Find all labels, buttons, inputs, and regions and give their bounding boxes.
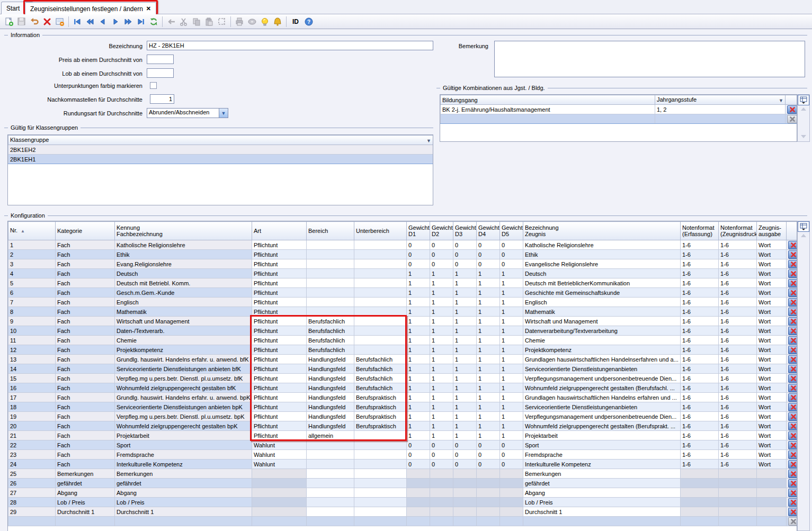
cell-d3[interactable]: 0 — [453, 460, 477, 469]
cell-d4[interactable]: 1 — [477, 336, 500, 345]
filter-arrow-icon[interactable]: ▼ — [779, 97, 783, 104]
cell-d5[interactable]: 1 — [500, 374, 523, 383]
cell-bereich[interactable] — [307, 298, 354, 307]
delete-row-icon[interactable] — [788, 355, 797, 364]
cell-d3[interactable]: 1 — [453, 374, 477, 383]
cell-d3[interactable]: 1 — [453, 421, 477, 431]
klassengruppe-row-2BK1EH1[interactable]: 2BK1EH1 — [8, 155, 433, 164]
cell-bereich[interactable] — [307, 288, 354, 298]
cell-bereich[interactable] — [307, 479, 354, 488]
cell-nf-erfassung[interactable]: 1-6 — [681, 402, 719, 412]
cell-d1[interactable]: 1 — [407, 307, 430, 317]
cell-bezeichnung[interactable]: Projektkompetenz — [523, 345, 681, 355]
bemerkung-textarea[interactable] — [494, 41, 805, 77]
cell-unterbereich[interactable] — [354, 507, 407, 517]
cell-d3[interactable]: 1 — [453, 317, 477, 326]
cell-bereich[interactable] — [307, 498, 354, 507]
cell-unterbereich[interactable] — [354, 269, 407, 278]
cell-ausgabe[interactable]: Wort — [757, 374, 787, 383]
cell-nf-erfassung[interactable]: 1-6 — [681, 431, 719, 440]
cell-d3[interactable]: 1 — [453, 402, 477, 412]
delete-row-icon[interactable] — [788, 489, 797, 497]
hint-bulb-icon[interactable] — [258, 15, 271, 28]
cell-nf-erfassung[interactable]: 1-6 — [681, 421, 719, 431]
cell-bereich[interactable] — [307, 507, 354, 517]
cell-nf-druck[interactable]: 1-6 — [719, 440, 757, 450]
cell-d4[interactable]: 1 — [477, 278, 500, 288]
cell-d5[interactable]: 0 — [500, 259, 523, 269]
cell-d4[interactable]: 1 — [477, 317, 500, 326]
cell-jahrgangsstufe[interactable] — [655, 114, 786, 124]
cell-nf-erfassung[interactable]: 1-6 — [681, 288, 719, 298]
cell-nf-erfassung[interactable]: 1-6 — [681, 269, 719, 278]
cell-d1[interactable]: 1 — [407, 393, 430, 402]
delete-row-icon[interactable] — [788, 451, 797, 459]
cell-ausgabe[interactable]: Wort — [757, 355, 787, 364]
delete-row-icon[interactable] — [788, 308, 797, 316]
cell-ausgabe[interactable]: Wort — [757, 345, 787, 355]
cell-d3[interactable]: 0 — [453, 259, 477, 269]
cell-d3[interactable]: 1 — [453, 364, 477, 374]
cell-nf-druck[interactable]: 1-6 — [719, 383, 757, 393]
delete-record-icon[interactable] — [41, 15, 53, 28]
cell-ausgabe[interactable]: Wort — [757, 326, 787, 336]
cell-nf-druck[interactable]: 1-6 — [719, 278, 757, 288]
cell-nf-erfassung[interactable]: 1-6 — [681, 364, 719, 374]
cell-bildungsgang[interactable] — [441, 114, 655, 124]
cell-unterbereich[interactable]: Berufspraktisch — [354, 421, 407, 431]
bezeichnung-input[interactable] — [147, 41, 433, 50]
delete-row-icon[interactable] — [788, 460, 797, 469]
column-header-kategorie[interactable]: Kategorie — [56, 222, 115, 240]
cell-art[interactable]: Pflichtunt — [252, 364, 307, 374]
help-icon[interactable]: ? — [302, 15, 315, 28]
cell-d4[interactable]: 0 — [477, 450, 500, 460]
cell-bezeichnung[interactable]: Evangelische Religionslehre — [523, 259, 681, 269]
cell-art[interactable]: Pflichtunt — [252, 336, 307, 345]
cell-bereich[interactable] — [307, 469, 354, 479]
cell-d5[interactable]: 1 — [500, 345, 523, 355]
cell-d1[interactable]: 1 — [407, 383, 430, 393]
cell-nf-druck[interactable]: 1-6 — [719, 460, 757, 469]
cell-unterbereich[interactable] — [354, 278, 407, 288]
cell-unterbereich[interactable] — [354, 345, 407, 355]
cell-bereich[interactable]: allgemein — [307, 431, 354, 440]
cell-ausgabe[interactable]: Wort — [757, 317, 787, 326]
cell-d5[interactable]: 1 — [500, 317, 523, 326]
cell-bereich[interactable]: Handlungsfeld — [307, 402, 354, 412]
cell-unterbereich[interactable] — [354, 469, 407, 479]
cell-d5[interactable]: 0 — [500, 250, 523, 259]
cell-d1[interactable]: 1 — [407, 298, 430, 307]
cell-nf-druck[interactable]: 1-6 — [719, 326, 757, 336]
cell-ausgabe[interactable]: Wort — [757, 412, 787, 421]
cell-d2[interactable]: 0 — [430, 460, 453, 469]
cell-d5[interactable]: 1 — [500, 336, 523, 345]
cell-jahrgangsstufe[interactable]: 1, 2 — [655, 105, 786, 114]
cell-d1[interactable]: 1 — [407, 374, 430, 383]
cell-bereich[interactable]: Berufsfachlich — [307, 317, 354, 326]
form-remove-icon[interactable] — [53, 15, 66, 28]
delete-row-icon[interactable] — [788, 269, 797, 278]
cell-d3[interactable]: 0 — [453, 240, 477, 250]
cell-d3[interactable]: 1 — [453, 269, 477, 278]
cell-d4[interactable]: 1 — [477, 393, 500, 402]
cell-d5[interactable]: 1 — [500, 298, 523, 307]
cell-nf-druck[interactable]: 1-6 — [719, 393, 757, 402]
cell-d5[interactable]: 1 — [500, 326, 523, 336]
nav-fast-prev-icon[interactable] — [84, 15, 96, 28]
cell-d1[interactable]: 1 — [407, 317, 430, 326]
cell-ausgabe[interactable]: Wort — [757, 393, 787, 402]
cell-ausgabe[interactable]: Wort — [757, 298, 787, 307]
cell-d4[interactable]: 1 — [477, 421, 500, 431]
cell-unterbereich[interactable]: Berufsfachlich — [354, 374, 407, 383]
delete-row-icon[interactable] — [788, 279, 797, 287]
cell-nf-druck[interactable]: 1-6 — [719, 450, 757, 460]
cell-bezeichnung[interactable]: Grundlagen hauswirtschaftlichen Handelns… — [523, 393, 681, 402]
cell-d4[interactable]: 1 — [477, 288, 500, 298]
cell-d5[interactable]: 1 — [500, 269, 523, 278]
cell-d5[interactable]: 1 — [500, 393, 523, 402]
cell-d2[interactable]: 1 — [430, 336, 453, 345]
cell-nf-druck[interactable]: 1-6 — [719, 336, 757, 345]
cell-nf-erfassung[interactable]: 1-6 — [681, 326, 719, 336]
cell-art[interactable]: Pflichtunt — [252, 259, 307, 269]
column-header-d3[interactable]: Gewicht D3 — [453, 222, 477, 240]
